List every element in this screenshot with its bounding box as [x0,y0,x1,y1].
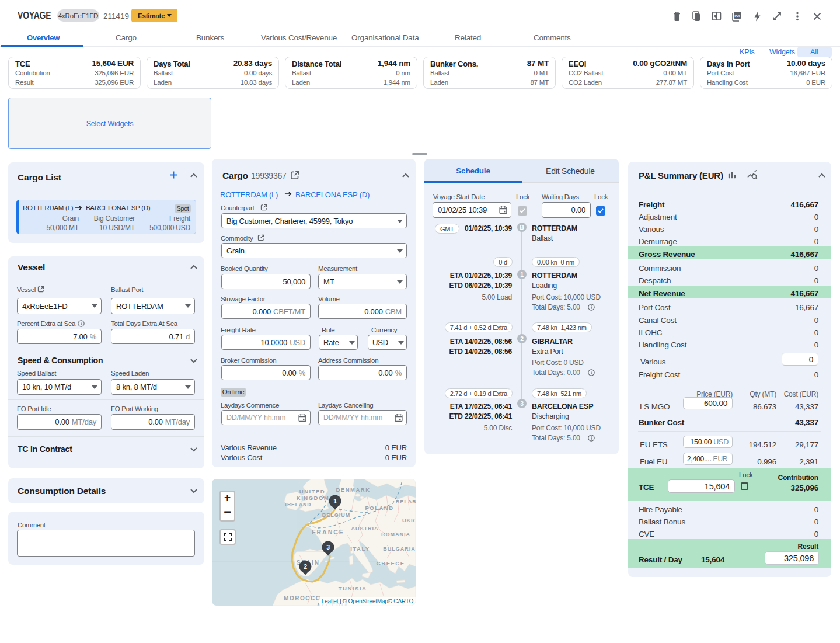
svg-text:FRANCE: FRANCE [312,529,344,536]
svg-text:BULGARIA: BULGARIA [383,546,416,552]
svg-text:KINGDOM: KINGDOM [297,495,329,501]
svg-text:2: 2 [304,563,307,570]
svg-text:POLAND: POLAND [365,505,393,511]
svg-text:DENMARK: DENMARK [336,486,370,493]
svg-text:TUNISIA: TUNISIA [339,585,367,592]
svg-text:BELGIUM: BELGIUM [322,512,351,518]
svg-text:1: 1 [333,498,337,505]
svg-text:ROMANIA: ROMANIA [381,531,410,537]
svg-text:UKR.: UKR. [402,517,416,523]
svg-text:AUSTRIA: AUSTRIA [351,526,379,531]
svg-text:PDF: PDF [735,14,741,18]
svg-text:ITALY: ITALY [350,545,370,552]
svg-text:BELARUS: BELARUS [396,499,416,505]
svg-text:MOROCCO: MOROCCO [284,595,321,602]
svg-text:GREECE: GREECE [376,560,405,566]
svg-text:IRELAND: IRELAND [285,502,312,508]
svg-text:3: 3 [326,544,330,551]
svg-text:UNITED: UNITED [299,488,325,495]
